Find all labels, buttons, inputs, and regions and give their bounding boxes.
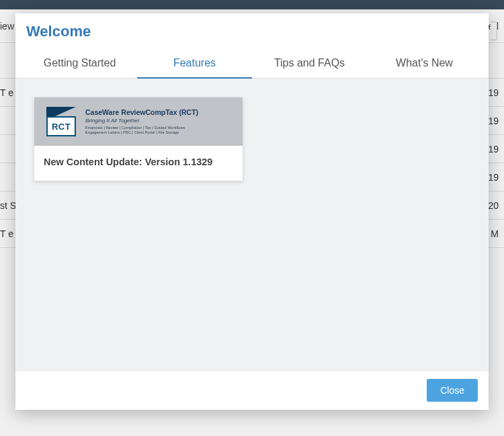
banner-text: CaseWare ReviewCompTax (RCT) Bringing It… [85,108,198,135]
banner-tags: Financials | Review | Compilation | Tax … [85,126,198,135]
modal-overlay: Welcome Getting Started Features Tips an… [0,0,504,436]
modal-footer: Close [15,370,489,410]
modal-body: RCT CaseWare ReviewCompTax (RCT) Bringin… [15,79,489,370]
modal-tabs: Getting Started Features Tips and FAQs W… [15,48,489,79]
tab-whats-new[interactable]: What's New [367,48,482,78]
card-title: New Content Update: Version 1.1329 [34,146,243,181]
logo-text: RCT [46,116,76,136]
modal-title: Welcome [15,13,489,48]
banner-product: CaseWare ReviewCompTax (RCT) [85,108,198,118]
banner-tagline: Bringing It All Together [85,118,198,124]
tab-label: What's New [396,57,453,69]
welcome-modal: Welcome Getting Started Features Tips an… [15,13,489,410]
tab-label: Tips and FAQs [274,57,345,69]
rct-logo-icon: RCT [46,107,76,136]
tab-label: Getting Started [44,57,116,69]
tab-label: Features [173,57,216,69]
tab-tips-faqs[interactable]: Tips and FAQs [252,48,367,78]
close-button[interactable]: Close [427,379,478,402]
tab-getting-started[interactable]: Getting Started [22,48,137,78]
feature-card[interactable]: RCT CaseWare ReviewCompTax (RCT) Bringin… [34,97,243,181]
tab-features[interactable]: Features [137,48,252,78]
card-banner: RCT CaseWare ReviewCompTax (RCT) Bringin… [34,97,243,146]
